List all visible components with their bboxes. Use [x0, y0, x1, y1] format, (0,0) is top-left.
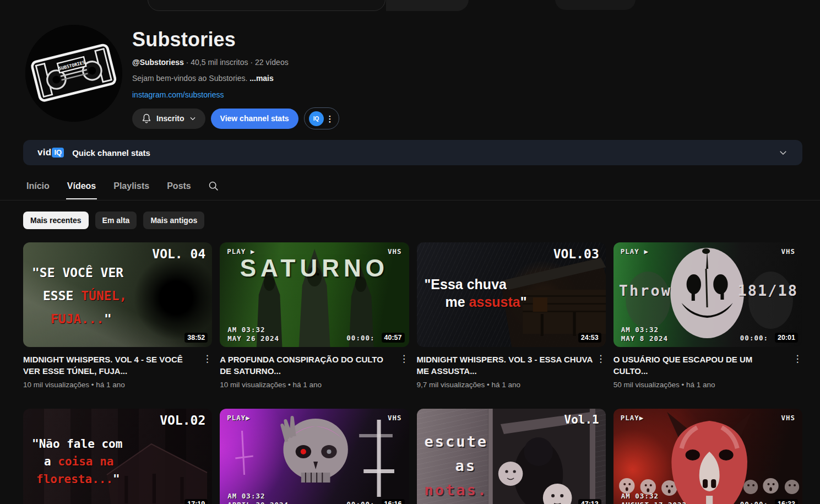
- tab-playlists[interactable]: Playlists: [105, 173, 158, 199]
- red-demon-mask-art: [613, 409, 802, 504]
- video-meta: 9,7 mil visualizações • há 1 ano: [417, 381, 606, 389]
- channel-info: Substories @Substoriess · 40,5 mil inscr…: [132, 25, 339, 129]
- channel-handle: @Substoriess: [132, 58, 184, 67]
- vhs-overlay: VHS: [781, 247, 795, 256]
- chevron-down-icon[interactable]: [778, 148, 788, 158]
- search-button[interactable]: [386, 0, 469, 11]
- thumb-quote-text: "SE VOCÊ VER ESSE TÚNEL, FUJA...": [32, 261, 127, 330]
- video-card: VOL.02 "Não fale com a coisa na floresta…: [23, 409, 212, 504]
- video-count: 22 vídeos: [255, 58, 289, 67]
- chip-mais-antigos[interactable]: Mais antigos: [143, 212, 204, 229]
- video-card: PLAY ▶ VHS SATURNO AM 03:32MAY 26 2024 0…: [220, 242, 409, 389]
- kebab-menu-icon[interactable]: ⋮: [399, 354, 409, 377]
- kebab-menu-icon[interactable]: ⋮: [792, 354, 802, 377]
- subscribed-label: Inscrito: [156, 114, 184, 123]
- chip-em-alta[interactable]: Em alta: [95, 212, 137, 229]
- video-duration-badge: 16:16: [382, 499, 405, 504]
- kebab-menu-icon[interactable]: ⋮: [202, 354, 212, 377]
- thumb-vol-label: VOL.02: [160, 413, 205, 427]
- kebab-menu-icon[interactable]: ⋮: [326, 115, 334, 123]
- video-thumbnail[interactable]: PLAY▶ VHS AM 03:32APRIL 30 2024 00:00: 1…: [220, 409, 409, 504]
- chip-mais-recentes[interactable]: Mais recentes: [23, 212, 89, 229]
- channel-description[interactable]: Sejam bem-vindos ao Substories. ...mais: [132, 74, 339, 83]
- tab-search-icon[interactable]: [200, 172, 227, 200]
- play-overlay: PLAY▶: [621, 414, 644, 422]
- thumb-vol-label: VOL.03: [553, 247, 599, 261]
- video-thumbnail[interactable]: VOL.03 "Essa chuva me assusta" 24:53: [417, 242, 606, 347]
- video-title[interactable]: MIDNIGHT WHISPERS. VOL 4 - SE VOCÊ VER E…: [23, 354, 202, 377]
- chevron-down-icon: [189, 115, 197, 122]
- video-thumbnail[interactable]: PLAY ▶ VHS Throw 181/18 AM 03:32MAY 8 20…: [613, 242, 802, 347]
- vhs-timestamp: AM 03:32MAY 26 2024: [227, 326, 279, 343]
- video-duration-badge: 16:33: [775, 499, 798, 504]
- vhs-counter: 00:00:: [346, 334, 374, 342]
- masthead: [0, 0, 820, 12]
- masthead-pill[interactable]: [555, 0, 636, 10]
- tab-videos[interactable]: Vídeos: [58, 173, 105, 199]
- thumb-word-left: Throw: [619, 282, 672, 299]
- channel-actions: Inscrito View channel stats IQ ⋮: [132, 107, 339, 129]
- video-duration-badge: 17:19: [184, 499, 208, 504]
- video-card: PLAY▶ VHS AM 03:32AUGUST 17 2023 00:00: …: [613, 409, 802, 504]
- vhs-timestamp: AM 03:32MAY 8 2024: [621, 326, 668, 343]
- video-card: PLAY▶ VHS AM 03:32APRIL 30 2024 00:00: 1…: [220, 409, 409, 504]
- video-grid: VOL. 04 "SE VOCÊ VER ESSE TÚNEL, FUJA...…: [23, 242, 802, 504]
- video-title[interactable]: A PROFUNDA CONSPIRAÇÃO DO CULTO DE SATUR…: [220, 354, 399, 377]
- thumb-word-right: 181/18: [737, 282, 798, 299]
- video-duration-badge: 47:12: [578, 499, 601, 504]
- video-duration-badge: 20:01: [775, 333, 798, 343]
- thumb-vol-label: VOL. 04: [152, 247, 205, 261]
- video-duration-badge: 24:53: [578, 333, 601, 343]
- vhs-counter: 00:00:: [740, 334, 768, 342]
- thumb-quote-text: "Não fale com a coisa na floresta...": [32, 435, 122, 488]
- filter-chips: Mais recentes Em alta Mais antigos: [23, 212, 820, 229]
- play-overlay: PLAY▶: [227, 414, 251, 422]
- video-thumbnail[interactable]: PLAY ▶ VHS SATURNO AM 03:32MAY 26 2024 0…: [220, 242, 409, 347]
- vidiq-iq-badge: IQ: [309, 111, 324, 126]
- video-meta: 10 mil visualizações • há 1 ano: [23, 381, 212, 389]
- channel-header: SUBSTORIES Substories @Substoriess · 40,…: [0, 12, 820, 129]
- search-input[interactable]: [148, 0, 385, 11]
- thumb-big-word: SATURNO: [220, 254, 409, 282]
- thumb-quote-text: escute as notas.: [425, 430, 488, 502]
- vhs-counter: 00:00:: [346, 500, 374, 504]
- video-thumbnail[interactable]: VOL. 04 "SE VOCÊ VER ESSE TÚNEL, FUJA...…: [23, 242, 212, 347]
- video-duration-badge: 38:52: [184, 333, 208, 343]
- subscribed-button[interactable]: Inscrito: [132, 109, 205, 129]
- view-channel-stats-button[interactable]: View channel stats: [211, 109, 298, 129]
- video-duration-badge: 40:57: [382, 333, 405, 343]
- video-thumbnail[interactable]: Vol.1 escute as notas. 47:12: [417, 409, 606, 504]
- vhs-timestamp: AM 03:32AUGUST 17 2023: [621, 492, 687, 504]
- bell-icon: [141, 113, 152, 124]
- channel-tabs: Início Vídeos Playlists Posts: [0, 172, 820, 200]
- tab-inicio[interactable]: Início: [18, 173, 58, 199]
- video-thumbnail[interactable]: PLAY▶ VHS AM 03:32AUGUST 17 2023 00:00: …: [613, 409, 802, 504]
- vhs-timestamp: AM 03:32APRIL 30 2024: [227, 492, 289, 504]
- vidiq-extension-button[interactable]: IQ ⋮: [304, 107, 339, 129]
- kebab-menu-icon[interactable]: ⋮: [596, 354, 606, 377]
- video-card: VOL. 04 "SE VOCÊ VER ESSE TÚNEL, FUJA...…: [23, 242, 212, 389]
- video-meta: 50 mil visualizações • há 1 ano: [613, 381, 802, 389]
- tab-posts[interactable]: Posts: [158, 173, 200, 199]
- channel-external-link[interactable]: instagram.com/substoriess: [132, 90, 339, 99]
- video-title[interactable]: MIDNIGHT WHISPERS. VOL 3 - ESSA CHUVA ME…: [417, 354, 596, 377]
- channel-title: Substories: [132, 28, 339, 51]
- video-card: VOL.03 "Essa chuva me assusta" 24:53 MID…: [417, 242, 606, 389]
- video-thumbnail[interactable]: VOL.02 "Não fale com a coisa na floresta…: [23, 409, 212, 504]
- channel-avatar[interactable]: SUBSTORIES: [25, 25, 122, 122]
- vidiq-stats-bar[interactable]: vid IQ Quick channel stats: [23, 140, 802, 165]
- vhs-overlay: VHS: [388, 414, 402, 422]
- play-overlay: PLAY ▶: [621, 247, 649, 256]
- video-title[interactable]: O USUÁRIO QUE ESCAPOU DE UM CULTO...: [613, 354, 792, 377]
- thumb-vol-label: Vol.1: [564, 413, 599, 426]
- vhs-counter: 00:00:: [740, 500, 768, 504]
- thumb-quote-text: "Essa chuva me assusta": [425, 275, 527, 311]
- vidiq-logo: vid IQ: [37, 147, 64, 158]
- subscriber-count: 40,5 mil inscritos: [191, 58, 248, 67]
- video-card: Vol.1 escute as notas. 47:12: [417, 409, 606, 504]
- more-link[interactable]: ...mais: [249, 74, 274, 83]
- purple-skull-art: [220, 409, 409, 504]
- video-meta: 10 mil visualizações • há 1 ano: [220, 381, 409, 389]
- vhs-overlay: VHS: [781, 414, 795, 422]
- vhs-tape-icon: SUBSTORIES: [25, 25, 122, 122]
